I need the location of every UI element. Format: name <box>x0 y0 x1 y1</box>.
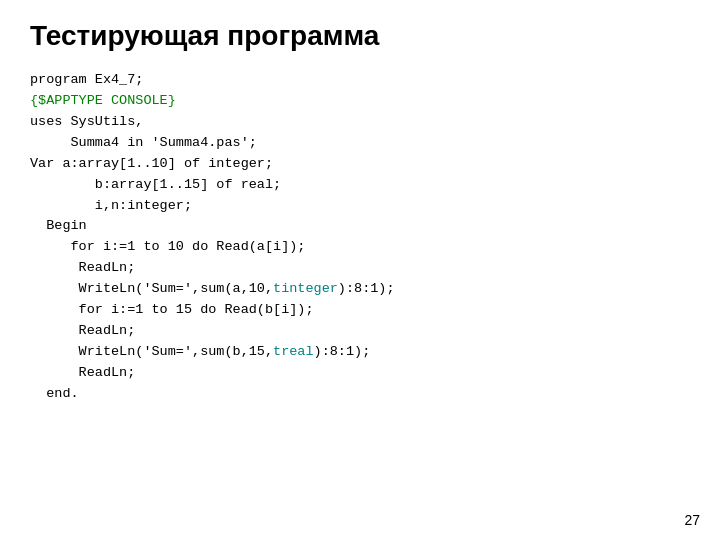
code-line-12: for i:=1 to 15 do Read(b[i]); <box>30 300 690 321</box>
code-line-11: WriteLn('Sum=',sum(a,10,tinteger):8:1); <box>30 279 690 300</box>
code-line-4: Summa4 in 'Summa4.pas'; <box>30 133 690 154</box>
code-line-9: for i:=1 to 10 do Read(a[i]); <box>30 237 690 258</box>
code-line-2: {$APPTYPE CONSOLE} <box>30 91 690 112</box>
code-line-8: Begin <box>30 216 690 237</box>
code-line-10: ReadLn; <box>30 258 690 279</box>
code-line-6: b:array[1..15] of real; <box>30 175 690 196</box>
code-line-13: ReadLn; <box>30 321 690 342</box>
code-line-7: i,n:integer; <box>30 196 690 217</box>
code-block: program Ex4_7; {$APPTYPE CONSOLE} uses S… <box>30 70 690 405</box>
code-line-3: uses SysUtils, <box>30 112 690 133</box>
code-line-14: WriteLn('Sum=',sum(b,15,treal):8:1); <box>30 342 690 363</box>
page-number: 27 <box>684 512 700 528</box>
slide: Тестирующая программа program Ex4_7; {$A… <box>0 0 720 540</box>
slide-title: Тестирующая программа <box>30 20 690 52</box>
code-line-15: ReadLn; <box>30 363 690 384</box>
code-line-1: program Ex4_7; <box>30 70 690 91</box>
code-line-5: Var a:array[1..10] of integer; <box>30 154 690 175</box>
code-line-16: end. <box>30 384 690 405</box>
